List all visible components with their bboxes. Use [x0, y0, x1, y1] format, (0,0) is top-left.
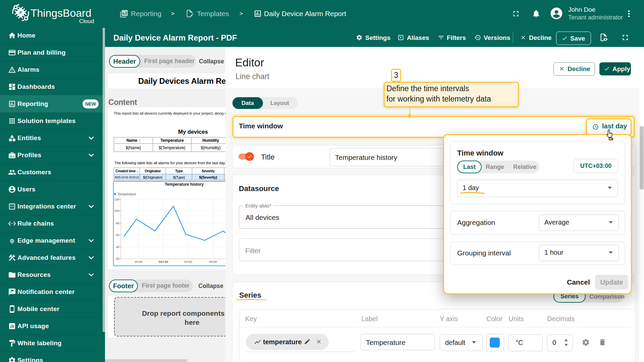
svg-text:20:00: 20:00 [135, 260, 143, 263]
svg-text:Oct 02: Oct 02 [158, 260, 168, 263]
svg-text:04:00: 04:00 [184, 260, 192, 263]
svg-text:40: 40 [116, 245, 119, 249]
svg-text:120: 120 [114, 197, 119, 201]
svg-text:60: 60 [116, 233, 119, 237]
svg-text:Temperature: Temperature [117, 192, 137, 196]
svg-text:20: 20 [116, 257, 119, 260]
svg-text:100: 100 [114, 209, 119, 213]
svg-text:80: 80 [116, 221, 119, 225]
svg-text:08:00: 08:00 [209, 260, 217, 263]
